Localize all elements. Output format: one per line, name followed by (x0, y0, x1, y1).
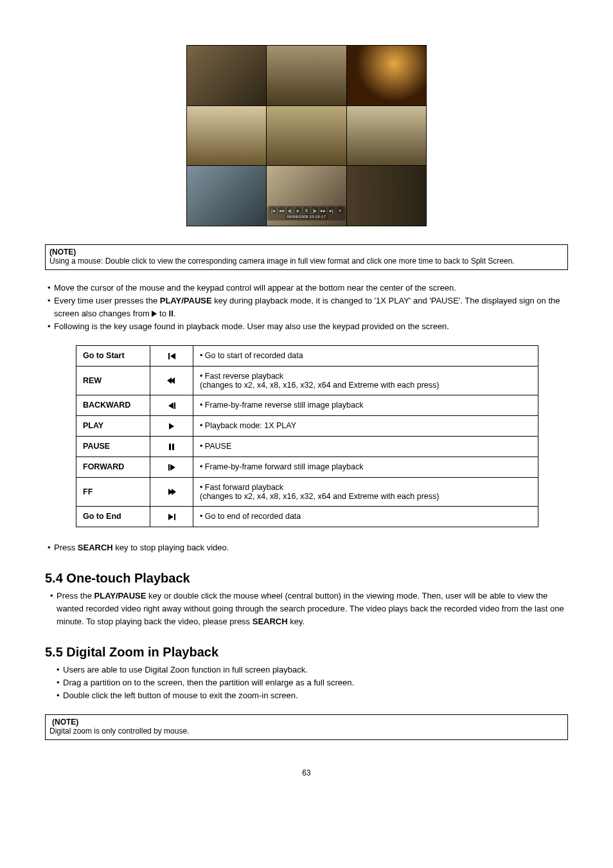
key-name: BACKWARD (76, 395, 150, 415)
key-description: • Go to end of recorded data (193, 506, 538, 527)
camera-cell (187, 166, 266, 226)
camera-cell (187, 46, 266, 105)
osd-pause-icon: II (303, 207, 310, 213)
osd-rew-icon: ◂◂ (278, 207, 285, 213)
playback-notes-list: •Move the cursor of the mouse and the ke… (45, 282, 568, 334)
bullet-text: Every time user presses the PLAY/PAUSE k… (54, 294, 568, 320)
osd-ff-icon: ▸▸ (320, 207, 326, 213)
table-row: Go to End• Go to end of recorded data (76, 506, 538, 527)
pause-icon (150, 436, 193, 457)
osd-timestamp: 09/08/2008 23:25:17 (285, 214, 328, 219)
section-5-4-heading: 5.4 One-touch Playback (45, 571, 568, 586)
osd-close-icon: × (337, 207, 343, 213)
camera-cell (347, 46, 426, 105)
bullet-text: Move the cursor of the mouse and the key… (54, 282, 568, 294)
note-title: (NOTE) (52, 718, 78, 727)
bullet-text: Users are able to use Digital Zoon funct… (63, 664, 568, 676)
key-name: Go to Start (76, 345, 150, 366)
table-row: PLAY• Playback mode: 1X PLAY (76, 415, 538, 436)
note-body: Using a mouse: Double click to view the … (49, 257, 515, 266)
bullet-text: Double click the left button of mouse to… (63, 689, 568, 702)
osd-forward-icon: |▸ (312, 207, 318, 213)
key-name: REW (76, 366, 150, 395)
key-description: • Fast reverse playback(changes to x2, x… (193, 366, 538, 395)
key-name: FF (76, 477, 150, 506)
osd-gotoend-icon: ▸| (328, 207, 335, 213)
key-name: Go to End (76, 506, 150, 527)
play-icon (150, 415, 193, 436)
table-row: REW• Fast reverse playback(changes to x2… (76, 366, 538, 395)
one-touch-playback-text: Press the PLAY/PAUSE key or double click… (57, 590, 568, 628)
camera-cell (267, 46, 346, 105)
key-description: • Go to start of recorded data (193, 345, 538, 366)
note-title: (NOTE) (49, 248, 76, 257)
digital-zoom-list: •Users are able to use Digital Zoon func… (54, 664, 568, 702)
gotoend-icon (150, 506, 193, 527)
osd-backward-icon: ◂| (287, 207, 293, 213)
playback-screenshot: |◂ ◂◂ ◂| ▸ II |▸ ▸▸ ▸| × 09/08/2008 23:2… (186, 45, 427, 226)
playback-osd: |◂ ◂◂ ◂| ▸ II |▸ ▸▸ ▸| × 09/08/2008 23:2… (267, 206, 346, 221)
table-row: FORWARD• Frame-by-frame forward still im… (76, 457, 538, 477)
key-description: • Playback mode: 1X PLAY (193, 415, 538, 436)
camera-cell (267, 106, 346, 166)
one-touch-playback-body: •Press the PLAY/PAUSE key or double clic… (48, 590, 568, 628)
forward-icon (150, 457, 193, 477)
key-description: • PAUSE (193, 436, 538, 457)
gotostart-icon (150, 345, 193, 366)
key-name: PAUSE (76, 436, 150, 457)
playback-keys-table: Go to Start• Go to start of recorded dat… (76, 345, 538, 527)
page-number: 63 (45, 768, 568, 777)
ff-icon (150, 477, 193, 506)
camera-cell (347, 106, 426, 166)
bullet-text: Drag a partition on to the screen, then … (63, 676, 568, 689)
key-name: PLAY (76, 415, 150, 436)
osd-play-icon: ▸ (295, 207, 301, 213)
rew-icon (150, 366, 193, 395)
stop-playback-text: Press SEARCH key to stop playing back vi… (54, 541, 568, 554)
note-body: Digital zoom is only controlled by mouse… (49, 727, 189, 736)
table-row: BACKWARD• Frame-by-frame reverse still i… (76, 395, 538, 415)
section-5-5-heading: 5.5 Digital Zoom in Playback (45, 645, 568, 660)
key-description: • Frame-by-frame forward still image pla… (193, 457, 538, 477)
stop-playback-note: •Press SEARCH key to stop playing back v… (45, 541, 568, 554)
camera-cell (347, 166, 426, 226)
note-mouse-doubleclick: (NOTE) Using a mouse: Double click to vi… (45, 244, 568, 270)
table-row: PAUSE• PAUSE (76, 436, 538, 457)
key-description: • Fast forward playback(changes to x2, x… (193, 477, 538, 506)
backward-icon (150, 395, 193, 415)
osd-gotostart-icon: |◂ (270, 207, 276, 213)
key-name: FORWARD (76, 457, 150, 477)
note-digital-zoom: (NOTE) Digital zoom is only controlled b… (45, 714, 568, 740)
table-row: Go to Start• Go to start of recorded dat… (76, 345, 538, 366)
table-row: FF• Fast forward playback(changes to x2,… (76, 477, 538, 506)
key-description: • Frame-by-frame reverse still image pla… (193, 395, 538, 415)
camera-cell (187, 106, 266, 166)
bullet-text: Following is the key usage found in play… (54, 320, 568, 333)
